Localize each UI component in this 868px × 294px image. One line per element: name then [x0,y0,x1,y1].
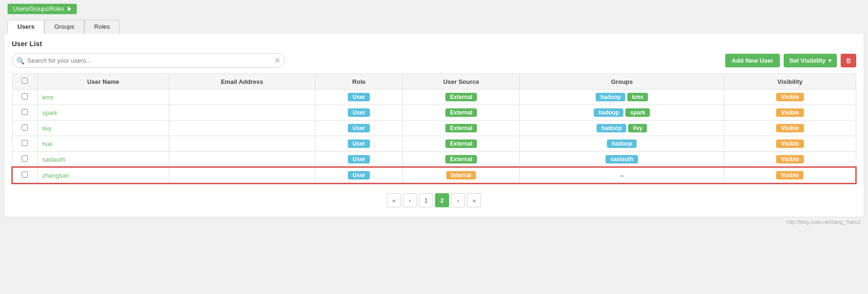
table-row: livyUserExternalhadooplivyVisible [12,121,856,136]
group-badge[interactable]: hadoop [607,139,637,148]
group-badge[interactable]: spark [625,108,650,117]
row-username[interactable]: saslauth [37,152,169,168]
group-badge[interactable]: saslauth [606,155,638,163]
visibility-badge: Visible [776,139,803,148]
row-groups: hadoop [520,136,724,152]
source-badge: External [445,108,477,117]
source-badge: External [445,155,477,163]
row-email [169,136,315,152]
select-all-checkbox[interactable] [22,78,28,84]
source-badge: External [445,93,477,101]
row-checkbox[interactable] [22,109,28,115]
url-hint: http://blog.csdn.net/liang_*rans1 [0,217,868,227]
group-badge[interactable]: kms [627,93,648,101]
row-checkbox[interactable] [22,155,28,162]
row-email [169,121,315,136]
group-badge[interactable]: hadoop [597,124,626,132]
page-title: User List [12,40,856,48]
row-role: User [315,105,403,121]
visibility-badge: Visible [776,155,803,163]
pagination-prev[interactable]: ‹ [403,193,417,207]
search-wrapper: 🔍 ✕ [12,53,285,68]
search-input[interactable] [12,53,285,68]
table-row: sparkUserExternalhadoopsparkVisible [12,105,856,121]
breadcrumb-badge[interactable]: Users/Groups/Roles [8,4,77,14]
tabs-row: Users Groups Roles [0,18,868,34]
table-row: zhangsanUserInternal--Visible [12,167,856,183]
row-username[interactable]: livy [37,121,169,136]
row-email [169,105,315,121]
tab-groups[interactable]: Groups [44,20,84,34]
row-role: User [315,121,403,136]
row-username[interactable]: spark [37,105,169,121]
row-groups: hadoopspark [520,105,724,121]
header-groups: Groups [520,74,724,90]
toolbar: 🔍 ✕ Add New User Set Visibility 🗑 [12,53,856,68]
group-badge[interactable]: hadoop [596,93,625,101]
tab-users[interactable]: Users [8,20,44,34]
role-badge: User [348,108,370,117]
row-groups: hadoopkms [520,90,724,105]
row-groups: -- [520,167,724,183]
role-badge: User [348,139,370,148]
header-user-source: User Source [403,74,520,90]
table-row: saslauthUserExternalsaslauthVisible [12,152,856,168]
row-checkbox[interactable] [22,140,28,146]
source-badge: External [445,139,477,148]
group-badge[interactable]: hadoop [594,108,623,117]
role-badge: User [348,93,370,101]
delete-button[interactable]: 🗑 [841,54,856,67]
source-badge: Internal [446,171,476,180]
header-role: Role [315,74,403,90]
role-badge: User [348,124,370,132]
row-role: User [315,167,403,183]
row-visibility: Visible [724,121,856,136]
toolbar-buttons: Add New User Set Visibility 🗑 [725,54,856,67]
breadcrumb-bar: Users/Groups/Roles [0,0,868,18]
row-groups: saslauth [520,152,724,168]
header-email: Email Address [169,74,315,90]
table-header-row: User Name Email Address Role User Source… [12,74,856,90]
visibility-badge: Visible [776,124,803,132]
row-visibility: Visible [724,136,856,152]
search-icon: 🔍 [16,57,25,65]
visibility-badge: Visible [776,93,803,101]
row-role: User [315,136,403,152]
row-visibility: Visible [724,90,856,105]
role-badge: User [348,155,370,163]
row-checkbox[interactable] [22,124,28,131]
row-checkbox[interactable] [22,172,28,178]
row-user-source: External [403,105,520,121]
row-groups: hadooplivy [520,121,724,136]
row-checkbox[interactable] [22,93,28,99]
pagination-page-1[interactable]: 1 [419,193,433,207]
row-username[interactable]: kms [37,90,169,105]
row-username[interactable]: hue [37,136,169,152]
row-visibility: Visible [724,152,856,168]
set-visibility-button[interactable]: Set Visibility [784,54,837,67]
row-email [169,90,315,105]
source-badge: External [445,124,477,132]
row-role: User [315,90,403,105]
visibility-badge: Visible [776,108,803,117]
role-badge: User [348,171,370,180]
header-visibility: Visibility [724,74,856,90]
pagination-last[interactable]: » [467,193,481,207]
header-username: User Name [37,74,169,90]
add-new-user-button[interactable]: Add New User [725,54,780,67]
row-user-source: External [403,121,520,136]
visibility-badge: Visible [776,171,803,180]
user-table: User Name Email Address Role User Source… [12,74,856,184]
pagination-page-2[interactable]: 2 [435,193,449,207]
pagination-first[interactable]: « [387,193,401,207]
group-badge[interactable]: livy [628,124,647,132]
pagination: « ‹ 1 2 › » [12,193,856,207]
row-user-source: Internal [403,167,520,183]
row-user-source: External [403,90,520,105]
row-role: User [315,152,403,168]
pagination-next[interactable]: › [451,193,465,207]
search-clear-icon[interactable]: ✕ [274,57,280,65]
row-username[interactable]: zhangsan [37,167,169,183]
tab-roles[interactable]: Roles [84,20,120,34]
table-row: kmsUserExternalhadoopkmsVisible [12,90,856,105]
